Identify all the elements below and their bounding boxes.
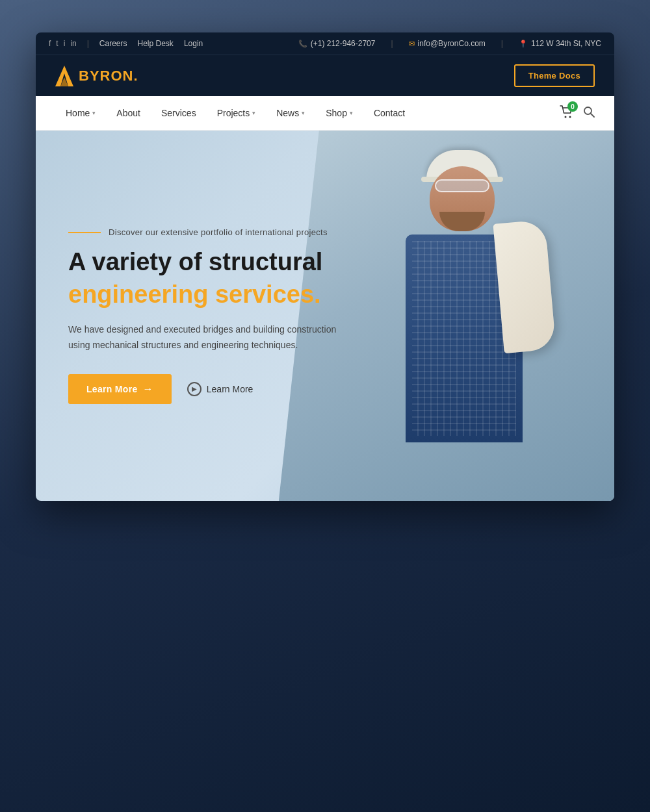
svg-point-2 [565,116,567,118]
nav-item-news[interactable]: News ▾ [266,96,315,130]
login-link[interactable]: Login [184,39,203,48]
divider2: | [391,39,393,48]
nav-right: 0 [560,105,595,121]
theme-docs-button[interactable]: Theme Docs [514,64,595,87]
email-contact: ✉ info@ByronCo.com [409,39,486,48]
helpdesk-link[interactable]: Help Desk [138,39,174,48]
worker-head [423,144,501,235]
safety-glasses [435,179,489,192]
header: BYRON. Theme Docs [36,55,614,96]
search-button[interactable] [583,106,595,120]
hero-subtitle: Discover our extensive portfolio of inte… [68,227,336,237]
learn-more-secondary-button[interactable]: ▶ Learn More [187,382,254,396]
search-icon [583,106,595,118]
face [430,166,495,231]
email-icon: ✉ [409,40,415,48]
cart-button[interactable]: 0 [560,105,574,121]
beard [439,212,485,231]
phone-icon: 📞 [298,40,307,48]
svg-line-5 [591,114,595,118]
home-chevron: ▾ [92,110,96,116]
top-bar-right: 📞 (+1) 212-946-2707 | ✉ info@ByronCo.com… [298,39,601,48]
nav-bar: Home ▾ About Services Projects ▾ News ▾ … [36,96,614,131]
play-circle-icon: ▶ [187,382,202,396]
top-bar-links: Careers Help Desk Login [99,39,203,48]
nav-items: Home ▾ About Services Projects ▾ News ▾ … [55,96,415,130]
facebook-icon[interactable]: f [49,39,51,48]
phone-contact: 📞 (+1) 212-946-2707 [298,39,376,48]
address-contact: 📍 112 W 34th St, NYC [519,39,601,48]
projects-chevron: ▾ [252,110,255,116]
nav-item-contact[interactable]: Contact [363,96,415,130]
hero-description: We have designed and executed bridges an… [68,322,336,353]
subtitle-text: Discover our extensive portfolio of inte… [109,227,328,237]
shop-chevron: ▾ [350,110,353,116]
learn-more-primary-button[interactable]: Learn More → [68,374,172,404]
nav-item-services[interactable]: Services [151,96,207,130]
top-bar-left: f t i in | Careers Help Desk Login [49,39,203,48]
hero-title-line1: A variety of structural [68,247,336,277]
divider: | [87,39,89,48]
cart-badge: 0 [567,101,578,112]
nav-item-shop[interactable]: Shop ▾ [315,96,363,130]
worker-body-container [336,131,557,501]
subtitle-line [68,232,101,233]
nav-item-about[interactable]: About [106,96,151,130]
arrow-icon: → [142,383,153,395]
browser-window: f t i in | Careers Help Desk Login 📞 (+1… [36,32,614,501]
blueprints [493,220,556,353]
nav-item-projects[interactable]: Projects ▾ [207,96,266,130]
divider3: | [501,39,503,48]
news-chevron: ▾ [302,110,305,116]
top-bar: f t i in | Careers Help Desk Login 📞 (+1… [36,32,614,55]
linkedin-icon[interactable]: in [70,39,76,48]
hero-section: Discover our extensive portfolio of inte… [36,131,614,501]
logo-text: BYRON. [79,68,138,84]
logo-icon [55,66,73,86]
address-text: 112 W 34th St, NYC [531,39,601,48]
logo[interactable]: BYRON. [55,66,138,86]
hero-content: Discover our extensive portfolio of inte… [36,188,369,443]
svg-point-3 [569,116,571,118]
nav-item-home[interactable]: Home ▾ [55,96,106,130]
careers-link[interactable]: Careers [99,39,127,48]
twitter-icon[interactable]: t [56,39,58,48]
location-icon: 📍 [519,40,528,48]
instagram-icon[interactable]: i [64,39,66,48]
hero-title-line2: engineering services. [68,280,336,310]
social-icons: f t i in [49,39,77,48]
email-address: info@ByronCo.com [418,39,486,48]
hero-buttons: Learn More → ▶ Learn More [68,374,336,404]
phone-number: (+1) 212-946-2707 [311,39,376,48]
